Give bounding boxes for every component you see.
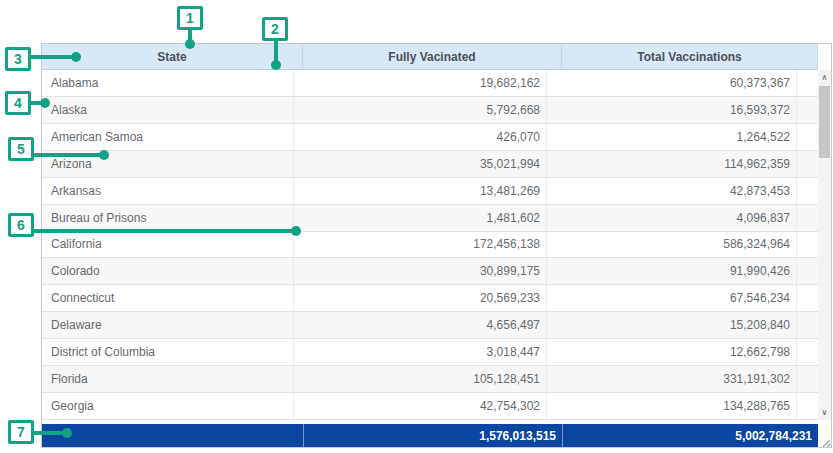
cell-state: Bureau of Prisons (42, 205, 294, 231)
table-body: Alabama19,682,16260,373,367Alaska5,792,6… (42, 70, 831, 420)
callout-6-dot (291, 226, 301, 236)
cell-fully: 172,456,138 (294, 232, 547, 258)
cell-total: 4,096,837 (547, 205, 797, 231)
callout-4-label: 4 (14, 94, 22, 112)
callout-1-box: 1 (177, 6, 203, 30)
callout-3-label: 3 (14, 50, 22, 68)
callout-7-dot (62, 428, 72, 438)
cell-total: 15,208,840 (547, 312, 797, 338)
callout-4-dot (40, 98, 50, 108)
cell-state: Connecticut (42, 285, 294, 311)
vertical-scrollbar[interactable]: ∧ ∨ (818, 70, 831, 420)
callout-2-box: 2 (262, 17, 288, 41)
cell-fully: 20,569,233 (294, 285, 547, 311)
callout-5-line (34, 153, 100, 157)
scrollbar-thumb[interactable] (819, 86, 830, 158)
cell-total: 12,662,798 (547, 339, 797, 365)
cell-total: 114,962,359 (547, 151, 797, 177)
cell-state: American Samoa (42, 124, 294, 150)
cell-fully: 42,754,302 (294, 393, 547, 419)
callout-6-line (34, 229, 292, 233)
cell-state: Alabama (42, 70, 294, 96)
callout-7-label: 7 (17, 423, 25, 441)
table-row-district-of-columbia[interactable]: District of Columbia3,018,44712,662,798 (42, 339, 818, 366)
cell-fully: 3,018,447 (294, 339, 547, 365)
table-row-arizona[interactable]: Arizona35,021,994114,962,359 (42, 151, 818, 178)
table-row-delaware[interactable]: Delaware4,656,49715,208,840 (42, 312, 818, 339)
table-row-georgia[interactable]: Georgia42,754,302134,288,765 (42, 393, 818, 420)
cell-fully: 1,481,602 (294, 205, 547, 231)
cell-fully: 4,656,497 (294, 312, 547, 338)
table-row-alabama[interactable]: Alabama19,682,16260,373,367 (42, 70, 818, 97)
cell-state: Colorado (42, 258, 294, 284)
callout-5-box: 5 (8, 137, 34, 161)
cell-total: 1,264,522 (547, 124, 797, 150)
footer-cell-total-vaccinations-total: 5,002,784,231 (562, 424, 818, 447)
callout-1-label: 1 (186, 9, 194, 27)
cell-total: 42,873,453 (547, 178, 797, 204)
cell-state: Arkansas (42, 178, 294, 204)
table-row-bureau-of-prisons[interactable]: Bureau of Prisons1,481,6024,096,837 (42, 205, 818, 232)
cell-fully: 35,021,994 (294, 151, 547, 177)
cell-total: 60,373,367 (547, 70, 797, 96)
resize-grip-icon[interactable] (820, 437, 830, 447)
column-header-fully-vacinated[interactable]: Fully Vacinated (303, 44, 562, 69)
cell-state: California (42, 232, 294, 258)
table-row-california[interactable]: California172,456,138586,324,964 (42, 232, 818, 259)
callout-5-label: 5 (17, 140, 25, 158)
scroll-up-button[interactable]: ∧ (818, 70, 831, 85)
table-row-colorado[interactable]: Colorado30,899,17591,990,426 (42, 258, 818, 285)
cell-state: District of Columbia (42, 339, 294, 365)
footer-cell-state (42, 424, 303, 447)
cell-state: Delaware (42, 312, 294, 338)
cell-state: Alaska (42, 97, 294, 123)
callout-1-dot (185, 39, 195, 49)
table-row-arkansas[interactable]: Arkansas13,481,26942,873,453 (42, 178, 818, 205)
chevron-up-icon: ∧ (822, 74, 828, 82)
scroll-down-button[interactable]: ∨ (818, 405, 831, 420)
cell-fully: 105,128,451 (294, 366, 547, 392)
cell-fully: 5,792,668 (294, 97, 547, 123)
callout-7-box: 7 (8, 420, 34, 444)
table-row-alaska[interactable]: Alaska5,792,66816,593,372 (42, 97, 818, 124)
chevron-down-icon: ∨ (822, 409, 828, 417)
cell-total: 134,288,765 (547, 393, 797, 419)
cell-fully: 30,899,175 (294, 258, 547, 284)
cell-total: 16,593,372 (547, 97, 797, 123)
callout-3-box: 3 (5, 47, 31, 71)
cell-total: 91,990,426 (547, 258, 797, 284)
column-header-total-vaccinations[interactable]: Total Vaccinations (562, 44, 818, 69)
callout-5-dot (99, 150, 109, 160)
callout-2-dot (271, 60, 281, 70)
column-header-state[interactable]: State (42, 44, 303, 69)
cell-total: 586,324,964 (547, 232, 797, 258)
table-row-florida[interactable]: Florida105,128,451331,191,302 (42, 366, 818, 393)
table-header-row: State Fully Vacinated Total Vaccinations (42, 44, 818, 70)
table-footer-row: 1,576,013,515 5,002,784,231 (42, 424, 818, 447)
callout-6-box: 6 (8, 213, 34, 237)
cell-fully: 426,070 (294, 124, 547, 150)
footer-cell-fully-vacinated-total: 1,576,013,515 (303, 424, 562, 447)
callout-3-dot (71, 52, 81, 62)
callout-4-box: 4 (5, 91, 31, 115)
callout-2-label: 2 (271, 20, 279, 38)
table-row-american-samoa[interactable]: American Samoa426,0701,264,522 (42, 124, 818, 151)
vaccination-table-widget: State Fully Vacinated Total Vaccinations… (41, 43, 832, 448)
cell-total: 67,546,234 (547, 285, 797, 311)
callout-2-line (274, 40, 278, 61)
cell-fully: 19,682,162 (294, 70, 547, 96)
callout-6-label: 6 (17, 216, 25, 234)
table-row-connecticut[interactable]: Connecticut20,569,23367,546,234 (42, 285, 818, 312)
table-body-rows: Alabama19,682,16260,373,367Alaska5,792,6… (42, 70, 818, 420)
cell-total: 331,191,302 (547, 366, 797, 392)
cell-fully: 13,481,269 (294, 178, 547, 204)
callout-3-line (30, 55, 72, 59)
cell-state: Georgia (42, 393, 294, 419)
callout-7-line (34, 431, 63, 435)
dashboard-canvas: State Fully Vacinated Total Vaccinations… (0, 0, 833, 453)
cell-state: Florida (42, 366, 294, 392)
